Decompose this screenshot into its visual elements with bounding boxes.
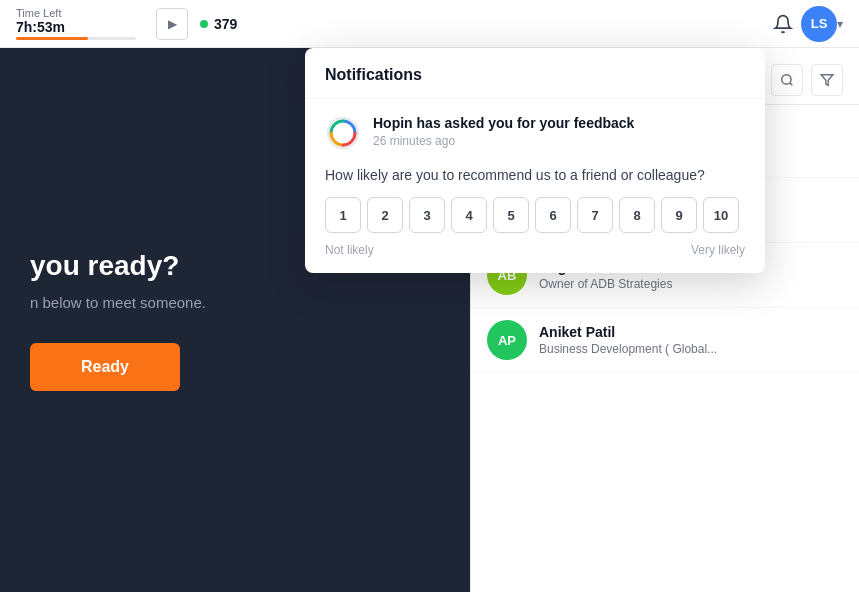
ready-button[interactable]: Ready [30,343,180,391]
svg-marker-2 [821,75,833,86]
search-button[interactable] [771,64,803,96]
play-icon: ▶ [168,17,177,31]
online-dot [200,20,208,28]
time-left-value: 7h:53m [16,19,65,35]
nps-very-likely-label: Very likely [691,243,745,257]
svg-point-0 [782,75,791,84]
right-panel-controls [771,64,843,96]
header: Time Left 7h:53m ▶ 379 LS ▾ [0,0,859,48]
nps-not-likely-label: Not likely [325,243,374,257]
notif-logo [325,115,361,151]
notif-item-top: Hopin has asked you for your feedback 26… [325,115,745,151]
nps-number-button[interactable]: 3 [409,197,445,233]
notifications-dropdown: Notifications Hopin has asked you for yo… [305,48,765,273]
nps-number-button[interactable]: 4 [451,197,487,233]
bell-button[interactable] [765,6,801,42]
search-icon [780,73,794,87]
online-count-section: 379 [200,16,237,32]
filter-button[interactable] [811,64,843,96]
list-item[interactable]: AP Aniket Patil Business Development ( G… [471,308,859,373]
nps-number-button[interactable]: 2 [367,197,403,233]
chevron-down-icon[interactable]: ▾ [837,17,843,31]
notifications-header: Notifications [305,48,765,99]
nps-number-button[interactable]: 5 [493,197,529,233]
time-left-section: Time Left 7h:53m [16,7,136,40]
play-button[interactable]: ▶ [156,8,188,40]
nps-number-button[interactable]: 8 [619,197,655,233]
nps-number-button[interactable]: 10 [703,197,739,233]
time-progress-fill [16,37,88,40]
left-panel-subtext: n below to meet someone. [30,294,440,311]
nps-number-button[interactable]: 9 [661,197,697,233]
nps-number-button[interactable]: 6 [535,197,571,233]
filter-icon [820,73,834,87]
user-avatar[interactable]: LS [801,6,837,42]
nps-scale: 12345678910 [325,197,745,233]
notif-question: How likely are you to recommend us to a … [325,167,745,183]
nps-labels: Not likely Very likely [325,243,745,257]
hopin-logo-icon [327,117,359,149]
time-progress-bar [16,37,136,40]
svg-line-1 [790,83,793,86]
notification-item: Hopin has asked you for your feedback 26… [305,99,765,273]
notif-message: Hopin has asked you for your feedback [373,115,634,131]
nps-number-button[interactable]: 1 [325,197,361,233]
nps-number-button[interactable]: 7 [577,197,613,233]
notifications-title: Notifications [325,66,422,83]
notif-text-block: Hopin has asked you for your feedback 26… [373,115,634,148]
header-left: Time Left 7h:53m ▶ 379 [16,7,237,40]
bell-icon [773,14,793,34]
person-avatar: AP [487,320,527,360]
person-name: Aniket Patil [539,324,717,340]
notif-time: 26 minutes ago [373,134,634,148]
person-info: Aniket Patil Business Development ( Glob… [539,324,717,356]
person-title: Business Development ( Global... [539,342,717,356]
person-title: Owner of ADB Strategies [539,277,672,291]
time-left-label: Time Left [16,7,61,19]
online-count-value: 379 [214,16,237,32]
